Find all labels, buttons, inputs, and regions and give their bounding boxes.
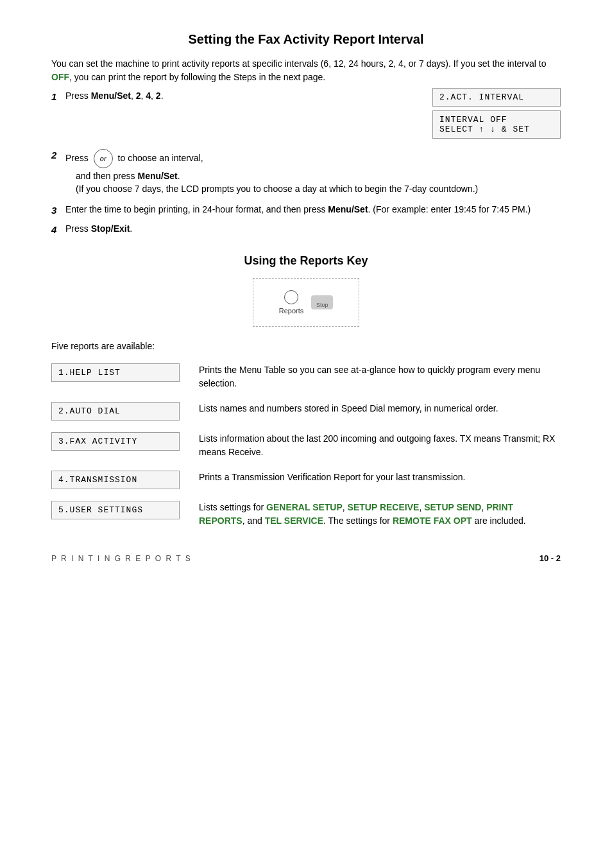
step3-num: 3 [51,204,65,216]
section-reports: Using the Reports Key Reports Stop Five … [51,254,561,528]
section1-title: Setting the Fax Activity Report Interval [51,32,561,47]
reports-button: Reports [279,290,304,315]
step3-text: Enter the time to begin printing, in 24-… [65,204,531,214]
lcd-screen1: 2.ACT. INTERVAL [432,88,561,107]
report-lcd-5: 5.USER SETTINGS [51,501,180,519]
report-lcd-text-5: 5.USER SETTINGS [58,505,173,515]
report-lcd-3: 3.FAX ACTIVITY [51,432,180,451]
stop-button: Stop [311,295,333,309]
report-lcd-text-2: 2.AUTO DIAL [58,406,173,416]
step4-row: 4 Press Stop/Exit. [51,223,561,235]
section1-intro: You can set the machine to print activit… [51,57,561,84]
stop-button-label: Stop [316,302,328,308]
report-lcd-panel-5: 5.USER SETTINGS [51,501,180,519]
report-desc-2: Lists names and numbers stored in Speed … [199,402,561,415]
footer-left: P R I N T I N G R E P O R T S [51,554,192,563]
report-lcd-text-3: 3.FAX ACTIVITY [58,437,173,446]
report-desc-3: Lists information about the last 200 inc… [199,432,561,459]
lcd-screen2-line2: SELECT ↑ ↓ & SET [439,125,554,134]
report-desc-5: Lists settings for GENERAL SETUP, SETUP … [199,501,561,528]
report-lcd-panel-4: 4.TRANSMISSION [51,471,180,489]
step1-row: 1 Press Menu/Set, 2, 4, 2. 2.ACT. INTERV… [51,91,561,139]
report-desc-1: Prints the Menu Table so you can see at-… [199,363,561,390]
report-lcd-panel-3: 3.FAX ACTIVITY [51,432,180,451]
report-item-2: 2.AUTO DIAL Lists names and numbers stor… [51,402,561,421]
lcd-screen1-line1: 2.ACT. INTERVAL [439,92,554,102]
report-item-3: 3.FAX ACTIVITY Lists information about t… [51,432,561,459]
off-highlight: OFF [51,72,69,82]
green-general-setup: GENERAL SETUP [266,502,343,512]
green-tel-service: TEL SERVICE [265,516,323,526]
step1-inline: 1 Press Menu/Set, 2, 4, 2. [51,91,426,102]
report-lcd-panel-2: 2.AUTO DIAL [51,402,180,421]
footer: P R I N T I N G R E P O R T S 10 - 2 [51,553,561,563]
report-item-1: 1.HELP LIST Prints the Menu Table so you… [51,363,561,390]
green-setup-receive: SETUP RECEIVE [348,502,420,512]
section2-title: Using the Reports Key [51,254,561,268]
report-item-4: 4.TRANSMISSION Prints a Transmission Ver… [51,471,561,489]
step1-num: 1 [51,91,65,102]
report-lcd-panel-1: 1.HELP LIST [51,363,180,382]
step4-text: Press Stop/Exit. [65,223,132,234]
report-lcd-text-4: 4.TRANSMISSION [58,475,173,485]
report-lcd-4: 4.TRANSMISSION [51,471,180,489]
step4-num: 4 [51,223,65,235]
step1-content: 1 Press Menu/Set, 2, 4, 2. [51,91,426,110]
section-interval: Setting the Fax Activity Report Interval… [51,32,561,235]
step2-subtext: and then press Menu/Set. [76,171,561,181]
footer-right: 10 - 2 [540,553,561,563]
reports-diagram-container: Reports Stop [51,278,561,327]
or-button: or [94,149,113,168]
step2-text: Press or to choose an interval, [65,149,203,168]
reports-intro: Five reports are available: [51,340,561,353]
step3-row: 3 Enter the time to begin printing, in 2… [51,204,561,216]
step1-text: Press Menu/Set, 2, 4, 2. [65,91,164,101]
green-setup-send: SETUP SEND [424,502,481,512]
lcd-screen2-line1: INTERVAL OFF [439,115,554,125]
report-lcd-2: 2.AUTO DIAL [51,402,180,421]
reports-dashed-box: Reports Stop [253,278,360,327]
step2-note: (If you choose 7 days, the LCD prompts y… [76,184,561,194]
report-lcd-1: 1.HELP LIST [51,363,180,382]
reports-circle [284,290,298,304]
reports-button-label: Reports [279,307,304,315]
lcd-screen2: INTERVAL OFF SELECT ↑ ↓ & SET [432,110,561,139]
step2-num: 2 [51,149,65,161]
green-remote-fax-opt: REMOTE FAX OPT [393,516,472,526]
report-item-5: 5.USER SETTINGS Lists settings for GENER… [51,501,561,528]
report-desc-4: Prints a Transmission Verification Repor… [199,471,561,484]
report-lcd-text-1: 1.HELP LIST [58,368,173,378]
lcd-group: 2.ACT. INTERVAL INTERVAL OFF SELECT ↑ ↓ … [432,88,561,139]
step2-row: 2 Press or to choose an interval, [51,149,561,168]
